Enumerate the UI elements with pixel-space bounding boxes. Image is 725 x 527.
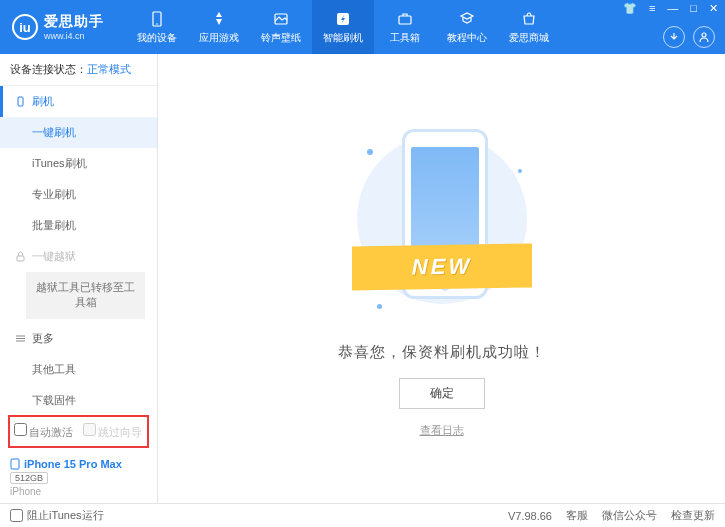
nav-tutorial[interactable]: 教程中心	[436, 0, 498, 54]
app-name: 爱思助手	[44, 13, 104, 31]
app-header: iu 爱思助手 www.i4.cn 我的设备 应用游戏 铃声壁纸 智能刷机 工具…	[0, 0, 725, 54]
menu-group-more[interactable]: 更多	[0, 323, 157, 354]
header-right-buttons	[663, 26, 715, 48]
minimize-icon[interactable]: —	[664, 1, 681, 16]
connection-status: 设备连接状态：正常模式	[0, 54, 157, 86]
menu-pro-flash[interactable]: 专业刷机	[0, 179, 157, 210]
window-controls: 👕 ≡ — □ ✕	[620, 1, 721, 16]
nav-ringtone[interactable]: 铃声壁纸	[250, 0, 312, 54]
footer-wechat[interactable]: 微信公众号	[602, 508, 657, 523]
version-label: V7.98.66	[508, 510, 552, 522]
nav-flash[interactable]: 智能刷机	[312, 0, 374, 54]
user-button[interactable]	[693, 26, 715, 48]
options-highlight-box: 自动激活 跳过向导	[8, 415, 149, 448]
store-icon	[520, 10, 538, 28]
svg-rect-6	[18, 97, 23, 106]
menu-batch-flash[interactable]: 批量刷机	[0, 210, 157, 241]
menu-download-firmware[interactable]: 下载固件	[0, 385, 157, 411]
auto-activate-checkbox[interactable]	[14, 423, 27, 436]
nav-store[interactable]: 爱思商城	[498, 0, 560, 54]
nav-toolbox[interactable]: 工具箱	[374, 0, 436, 54]
logo-area: iu 爱思助手 www.i4.cn	[0, 13, 116, 41]
svg-rect-7	[17, 256, 24, 261]
device-type: iPhone	[10, 486, 147, 497]
more-icon	[15, 333, 26, 344]
skip-guide-checkbox	[83, 423, 96, 436]
close-icon[interactable]: ✕	[706, 1, 721, 16]
sidebar: 设备连接状态：正常模式 刷机 一键刷机 iTunes刷机 专业刷机 批量刷机 一…	[0, 54, 158, 503]
menu-other-tools[interactable]: 其他工具	[0, 354, 157, 385]
flash-icon	[334, 10, 352, 28]
svg-rect-4	[399, 16, 411, 24]
device-icon	[148, 10, 166, 28]
view-log-link[interactable]: 查看日志	[420, 423, 464, 438]
apps-icon	[210, 10, 228, 28]
auto-activate-option[interactable]: 自动激活	[14, 423, 73, 440]
success-message: 恭喜您，保资料刷机成功啦！	[338, 343, 546, 362]
svg-point-1	[156, 23, 158, 25]
svg-rect-8	[11, 459, 19, 469]
lock-icon	[15, 251, 26, 262]
toolbox-icon	[396, 10, 414, 28]
menu-onekey-flash[interactable]: 一键刷机	[0, 117, 157, 148]
menu-group-jailbreak: 一键越狱	[0, 241, 157, 272]
menu-itunes-flash[interactable]: iTunes刷机	[0, 148, 157, 179]
menu-icon[interactable]: ≡	[646, 1, 658, 16]
logo-icon: iu	[12, 14, 38, 40]
top-nav: 我的设备 应用游戏 铃声壁纸 智能刷机 工具箱 教程中心 爱思商城	[126, 0, 560, 54]
success-illustration: NEW	[362, 119, 522, 329]
skip-guide-option: 跳过向导	[83, 423, 142, 440]
phone-small-icon	[15, 96, 26, 107]
skin-icon[interactable]: 👕	[620, 1, 640, 16]
footer-update[interactable]: 检查更新	[671, 508, 715, 523]
device-storage: 512GB	[10, 472, 48, 484]
block-itunes-label: 阻止iTunes运行	[27, 508, 104, 523]
maximize-icon[interactable]: □	[687, 1, 700, 16]
wallpaper-icon	[272, 10, 290, 28]
tutorial-icon	[458, 10, 476, 28]
main-content: NEW 恭喜您，保资料刷机成功啦！ 确定 查看日志	[158, 54, 725, 503]
menu-group-flash[interactable]: 刷机	[0, 86, 157, 117]
download-button[interactable]	[663, 26, 685, 48]
svg-point-5	[702, 33, 706, 37]
footer: 阻止iTunes运行 V7.98.66 客服 微信公众号 检查更新	[0, 503, 725, 527]
app-url: www.i4.cn	[44, 31, 104, 41]
ok-button[interactable]: 确定	[399, 378, 485, 409]
device-name[interactable]: iPhone 15 Pro Max	[10, 458, 147, 470]
new-ribbon: NEW	[352, 243, 532, 290]
nav-my-device[interactable]: 我的设备	[126, 0, 188, 54]
footer-service[interactable]: 客服	[566, 508, 588, 523]
block-itunes-checkbox[interactable]	[10, 509, 23, 522]
menu-jailbreak-note: 越狱工具已转移至工具箱	[26, 272, 145, 319]
device-phone-icon	[10, 458, 20, 470]
device-info: iPhone 15 Pro Max 512GB iPhone	[0, 452, 157, 503]
nav-apps[interactable]: 应用游戏	[188, 0, 250, 54]
